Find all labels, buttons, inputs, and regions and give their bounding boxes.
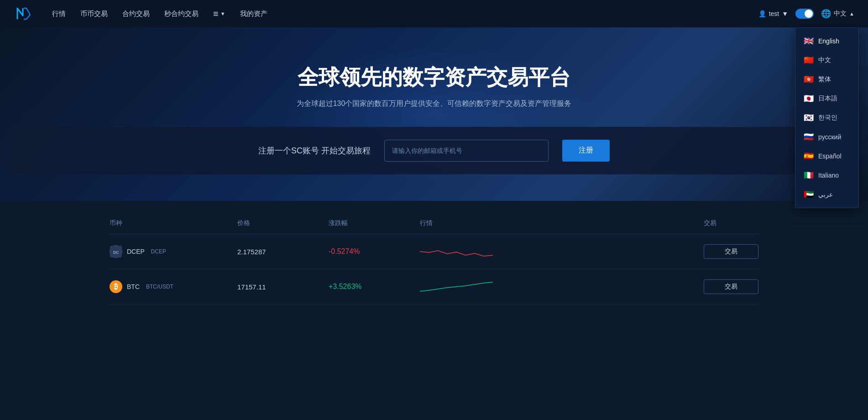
coin-pair-btc: BTC/USDT xyxy=(146,284,173,290)
user-icon: 👤 xyxy=(758,10,766,17)
lang-selector[interactable]: 🌐 中文 ▲ xyxy=(821,9,854,19)
hero-subtitle: 为全球超过130个国家的数百万用户提供安全、可信赖的数字资产交易及资产管理服务 xyxy=(297,99,572,109)
hero-section: 全球领先的数字资产交易平台 为全球超过130个国家的数百万用户提供安全、可信赖的… xyxy=(0,27,868,201)
chart-dcep xyxy=(420,242,704,261)
col-trade: 交易 xyxy=(704,219,758,227)
flag-ar: 🇦🇪 xyxy=(804,189,814,200)
lang-chevron-icon: ▲ xyxy=(849,11,854,16)
flag-zh-tw: 🇭🇰 xyxy=(804,74,814,84)
lang-label-zh-tw: 繁体 xyxy=(818,75,831,84)
lang-option-ja[interactable]: 🇯🇵 日本語 xyxy=(795,89,858,108)
username: test xyxy=(769,10,779,17)
col-market: 行情 xyxy=(420,219,704,227)
globe-icon: 🌐 xyxy=(821,9,831,19)
lang-option-ar[interactable]: 🇦🇪 عربي xyxy=(795,185,858,204)
nav-right: 👤 test ▼ 🌐 中文 ▲ xyxy=(758,9,854,19)
register-label: 注册一个SC账号 开始交易旅程 xyxy=(258,145,371,156)
lang-option-ru[interactable]: 🇷🇺 русский xyxy=(795,127,858,147)
col-price: 价格 xyxy=(237,219,329,227)
coin-icon-dcep: DC xyxy=(110,245,122,258)
hero-title: 全球领先的数字资产交易平台 xyxy=(298,63,570,92)
coin-cell-btc: ₿ BTC BTC/USDT xyxy=(110,280,237,293)
nav-more[interactable]: ≡ ▼ xyxy=(213,9,225,19)
logo[interactable] xyxy=(14,4,34,24)
lang-label-es: Español xyxy=(818,152,842,160)
lang-label-en: English xyxy=(818,37,839,45)
register-bar: 注册一个SC账号 开始交易旅程 注册 xyxy=(9,127,859,174)
coin-name-dcep: DCEP xyxy=(127,248,146,255)
lang-label: 中文 xyxy=(834,10,847,18)
nav-flash-trade[interactable]: 秒合约交易 xyxy=(164,9,199,19)
table-row: DC DCEP DCEP 2.175287 -0.5274% 交易 xyxy=(110,234,758,269)
change-btc: +3.5263% xyxy=(329,283,420,291)
flag-ja: 🇯🇵 xyxy=(804,94,814,104)
coin-table-section: 币种 价格 涨跌幅 行情 交易 DC DCEP DCEP 2.175287 -0… xyxy=(0,201,868,318)
trade-button-btc[interactable]: 交易 xyxy=(704,279,758,294)
lang-label-it: Italiano xyxy=(818,172,839,179)
table-row: ₿ BTC BTC/USDT 17157.11 +3.5263% 交易 xyxy=(110,269,758,304)
lang-label-zh: 中文 xyxy=(818,56,831,64)
lang-label-ja: 日本語 xyxy=(818,94,837,103)
lang-option-zh-tw[interactable]: 🇭🇰 繁体 xyxy=(795,70,858,89)
price-dcep: 2.175287 xyxy=(237,248,329,256)
coin-pair-dcep: DCEP xyxy=(151,248,166,255)
lang-label-ko: 한국인 xyxy=(818,114,837,122)
coin-cell-dcep: DC DCEP DCEP xyxy=(110,245,237,258)
col-coin: 币种 xyxy=(110,219,237,227)
lang-label-ru: русский xyxy=(818,133,841,141)
flag-en: 🇬🇧 xyxy=(804,36,814,46)
nav-assets[interactable]: 我的资产 xyxy=(240,9,267,19)
lang-label-ar: عربي xyxy=(818,191,833,198)
flag-ko: 🇰🇷 xyxy=(804,113,814,123)
theme-toggle[interactable] xyxy=(795,9,814,19)
nav-market[interactable]: 行情 xyxy=(52,9,66,19)
user-chevron: ▼ xyxy=(782,10,788,17)
nav-contract-trade[interactable]: 合约交易 xyxy=(122,9,150,19)
lang-option-zh[interactable]: 🇨🇳 中文 xyxy=(795,51,858,70)
price-btc: 17157.11 xyxy=(237,283,329,291)
svg-text:DC: DC xyxy=(113,250,119,255)
toggle-knob xyxy=(805,10,813,18)
register-button[interactable]: 注册 xyxy=(562,140,610,162)
flag-ru: 🇷🇺 xyxy=(804,132,814,142)
flag-it: 🇮🇹 xyxy=(804,170,814,180)
user-info[interactable]: 👤 test ▼ xyxy=(758,10,788,17)
lang-option-es[interactable]: 🇪🇸 Español xyxy=(795,147,858,166)
chart-btc xyxy=(420,278,704,296)
coin-icon-btc: ₿ xyxy=(110,280,122,293)
register-input[interactable] xyxy=(384,140,549,162)
nav-links: 行情 币币交易 合约交易 秒合约交易 ≡ ▼ 我的资产 xyxy=(52,9,758,19)
coin-name-btc: BTC xyxy=(127,283,141,290)
trade-button-dcep[interactable]: 交易 xyxy=(704,244,758,259)
lang-option-it[interactable]: 🇮🇹 Italiano xyxy=(795,166,858,185)
navbar: 行情 币币交易 合约交易 秒合约交易 ≡ ▼ 我的资产 👤 test ▼ 🌐 中… xyxy=(0,0,868,27)
col-change: 涨跌幅 xyxy=(329,219,420,227)
lang-dropdown: 🇬🇧 English 🇨🇳 中文 🇭🇰 繁体 🇯🇵 日本語 🇰🇷 한국인 🇷🇺 … xyxy=(795,27,859,208)
flag-zh: 🇨🇳 xyxy=(804,55,814,65)
change-dcep: -0.5274% xyxy=(329,247,420,256)
lang-option-en[interactable]: 🇬🇧 English xyxy=(795,31,858,51)
flag-es: 🇪🇸 xyxy=(804,151,814,161)
lang-option-ko[interactable]: 🇰🇷 한국인 xyxy=(795,108,858,127)
nav-coin-trade[interactable]: 币币交易 xyxy=(80,9,108,19)
table-header: 币种 价格 涨跌幅 行情 交易 xyxy=(110,215,758,234)
